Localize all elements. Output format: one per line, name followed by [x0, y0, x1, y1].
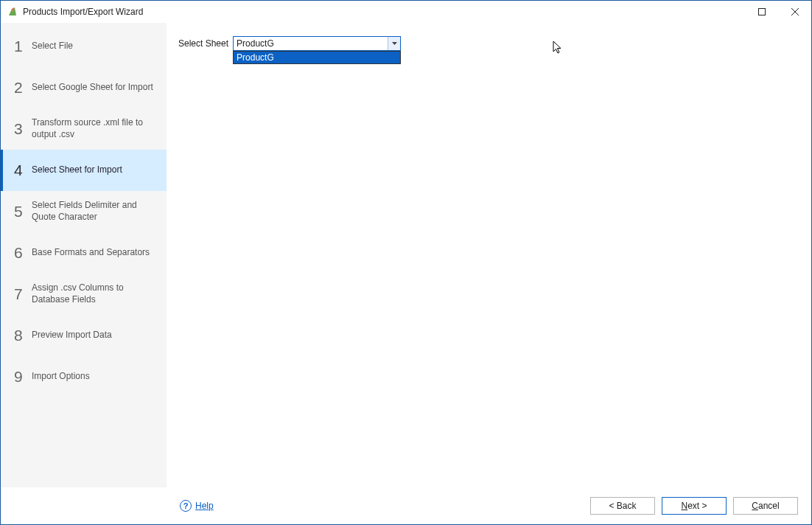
select-sheet-row: Select Sheet ProductG ProductG [178, 36, 799, 51]
step-number: 7 [14, 285, 30, 303]
step-label: Select Google Sheet for Import [30, 82, 153, 94]
maximize-button[interactable] [745, 1, 778, 23]
chevron-down-icon[interactable] [388, 37, 400, 50]
window-title: Products Import/Export Wizard [23, 7, 745, 17]
back-button[interactable]: < Back [590, 497, 655, 515]
step-number: 3 [14, 120, 30, 138]
step-label: Select Fields Delimiter and Quote Charac… [30, 200, 158, 223]
sheet-dropdown-list: ProductG [233, 51, 401, 64]
wizard-steps-sidebar: 1 Select File 2 Select Google Sheet for … [1, 23, 167, 487]
step-select-sheet-for-import[interactable]: 4 Select Sheet for Import [1, 150, 167, 191]
step-label: Select Sheet for Import [30, 164, 122, 176]
step-label: Import Options [30, 371, 90, 383]
help-icon: ? [180, 500, 192, 512]
sheet-dropdown-option[interactable]: ProductG [234, 52, 400, 63]
select-sheet-label: Select Sheet [178, 38, 228, 49]
help-link[interactable]: ? Help [180, 500, 214, 512]
step-number: 6 [14, 244, 30, 262]
window-controls [745, 1, 811, 23]
step-number: 4 [14, 161, 30, 179]
step-preview-data[interactable]: 8 Preview Import Data [1, 315, 167, 356]
cancel-button[interactable]: Cancel [733, 497, 798, 515]
svg-rect-0 [758, 9, 765, 15]
app-icon [7, 6, 18, 18]
back-label: < Back [609, 501, 636, 511]
sheet-combo-wrapper: ProductG ProductG [233, 36, 401, 51]
next-button[interactable]: Next > [662, 497, 727, 515]
footer: ? Help < Back Next > Cancel [1, 487, 811, 524]
step-number: 2 [14, 79, 30, 97]
step-label: Select File [30, 41, 73, 52]
step-label: Preview Import Data [30, 330, 112, 341]
step-number: 9 [14, 368, 30, 386]
step-label: Assign .csv Columns to Database Fields [30, 282, 158, 305]
close-button[interactable] [778, 1, 811, 23]
sheet-selected-value: ProductG [234, 38, 388, 49]
step-transform-xml[interactable]: 3 Transform source .xml file to output .… [1, 108, 167, 150]
step-fields-delimiter[interactable]: 5 Select Fields Delimiter and Quote Char… [1, 191, 167, 232]
step-number: 8 [14, 327, 30, 344]
step-import-options[interactable]: 9 Import Options [1, 356, 167, 397]
body: 1 Select File 2 Select Google Sheet for … [1, 23, 811, 487]
wizard-window: Products Import/Export Wizard 1 Select F… [0, 0, 812, 525]
titlebar: Products Import/Export Wizard [1, 1, 811, 23]
step-assign-columns[interactable]: 7 Assign .csv Columns to Database Fields [1, 274, 167, 315]
step-label: Base Formats and Separators [30, 247, 150, 259]
step-label: Transform source .xml file to output .cs… [30, 117, 158, 140]
content-panel: Select Sheet ProductG ProductG [167, 23, 811, 487]
sheet-combobox[interactable]: ProductG [233, 36, 401, 51]
step-base-formats[interactable]: 6 Base Formats and Separators [1, 232, 167, 274]
help-label: Help [195, 501, 214, 511]
step-number: 1 [14, 38, 30, 55]
step-select-google-sheet[interactable]: 2 Select Google Sheet for Import [1, 67, 167, 108]
step-number: 5 [14, 203, 30, 220]
step-select-file[interactable]: 1 Select File [1, 26, 167, 67]
